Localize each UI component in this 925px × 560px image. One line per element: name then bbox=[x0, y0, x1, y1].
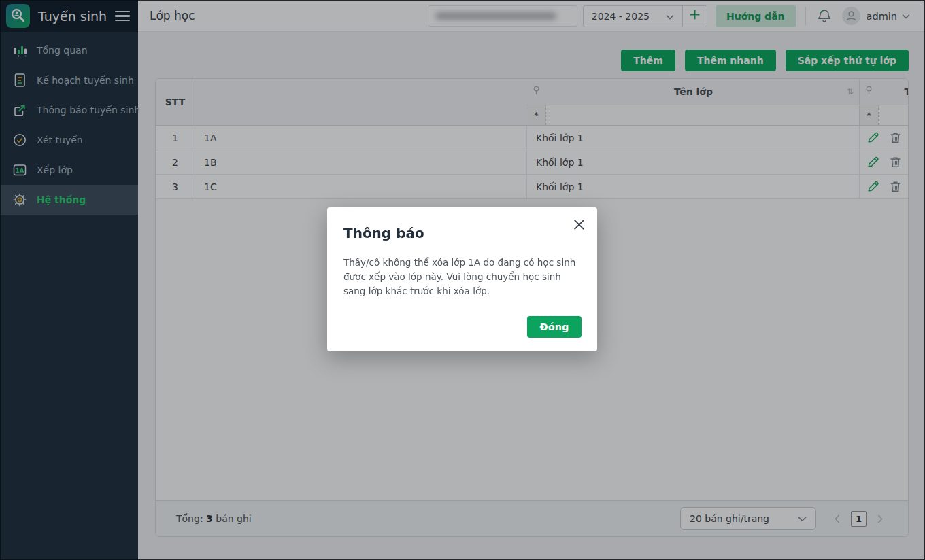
close-button[interactable]: Đóng bbox=[527, 316, 582, 338]
app-window: Tuyển sinh Tổng quan bbox=[0, 0, 925, 560]
modal-title: Thông báo bbox=[343, 225, 424, 241]
notification-modal: Thông báo Thầy/cô không thể xóa lớp 1A d… bbox=[327, 207, 597, 351]
modal-message: Thầy/cô không thể xóa lớp 1A do đang có … bbox=[343, 256, 582, 299]
close-x-icon[interactable] bbox=[571, 216, 587, 232]
